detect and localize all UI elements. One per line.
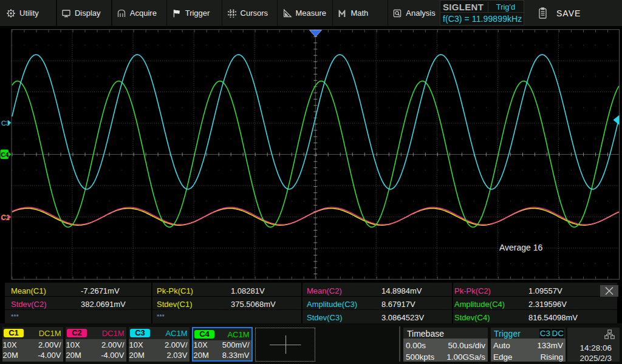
svg-text:C2: C2 [1,214,9,221]
svg-text:Average 16: Average 16 [499,243,543,252]
svg-text:C4: C4 [1,152,9,158]
